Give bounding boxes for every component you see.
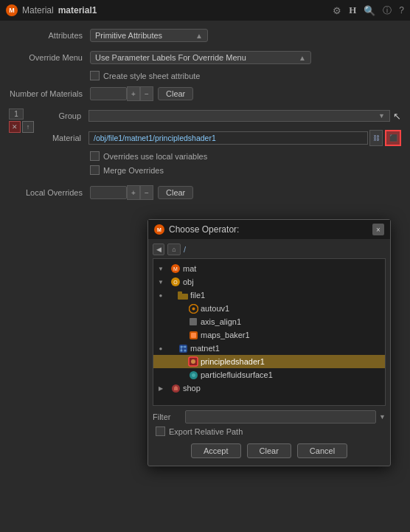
H-icon[interactable]: H [349, 4, 356, 16]
num-materials-input[interactable]: 1 [90, 87, 127, 100]
tree-home-button[interactable]: ⌂ [167, 243, 181, 255]
node-select-icon: ⬛ [389, 134, 397, 142]
tree-item-maps-baker1[interactable]: ◆ maps_baker1 [153, 328, 385, 342]
clear-num-materials-button[interactable]: Clear [158, 87, 193, 100]
file1-icon [177, 289, 189, 301]
attributes-control: Primitive Attributes ▲ [90, 29, 401, 42]
tree-item-shop[interactable]: ▶ shop [153, 381, 385, 395]
merge-overrides-checkbox-row: Merge Overrides [90, 165, 401, 175]
app-label: Material [22, 5, 54, 15]
filter-input[interactable] [185, 410, 376, 424]
tree-item-maps-baker1-label: maps_baker1 [201, 331, 250, 339]
node-name: material1 [58, 5, 97, 15]
dialog-title-left: M Choose Operator: [154, 224, 239, 235]
info-icon[interactable]: ⓘ [383, 4, 392, 17]
dialog-title-text: Choose Operator: [169, 224, 239, 235]
override-menu-label: Override Menu [9, 53, 90, 62]
local-overrides-row: Local Overrides 0 + − Clear [9, 184, 401, 201]
group-section: 1 ✕ ↑ Group ▼ ↖ Material [9, 107, 401, 179]
checkbox-row: Create style sheet attribute [90, 71, 401, 80]
local-overrides-label: Local Overrides [9, 188, 90, 197]
mat-toggle-icon: ▼ [156, 264, 165, 273]
svg-rect-7 [179, 345, 187, 353]
tree-item-principledshader1-label: principledshader1 [201, 357, 265, 366]
accept-button[interactable]: Accept [191, 443, 241, 458]
attributes-dropdown[interactable]: Primitive Attributes ▲ [90, 29, 208, 42]
tree-item-shop-label: shop [183, 384, 201, 393]
tree-root-path: / [184, 245, 186, 254]
material-row: Material /obj/file1/matnet1/principledsh… [37, 129, 401, 147]
merge-overrides-label: Merge Overrides [103, 166, 164, 175]
local-overrides-control: 0 + − Clear [90, 185, 401, 200]
material-select-button[interactable]: ⬛ [385, 130, 401, 146]
local-variables-checkbox[interactable] [90, 151, 100, 161]
file1-toggle-icon: ● [156, 291, 165, 300]
search-icon[interactable]: 🔍 [364, 5, 375, 16]
filter-dropdown-icon[interactable]: ▼ [379, 413, 386, 421]
help-icon[interactable]: ? [399, 5, 404, 15]
group-control: ▼ ↖ [88, 110, 401, 122]
tree-item-autouv1[interactable]: ◆ autouv1 [153, 302, 385, 315]
export-relative-label: Export Relative Path [169, 427, 243, 436]
form-area: Attributes Primitive Attributes ▲ Overri… [0, 21, 410, 212]
clear-local-overrides-button[interactable]: Clear [158, 186, 193, 199]
choose-operator-dialog: M Choose Operator: × ◀ ⌂ / ▼ [147, 219, 391, 466]
obj-toggle-icon: ▼ [156, 277, 165, 286]
particlefluidsurface1-icon [187, 369, 199, 381]
cursor-icon: ↖ [393, 111, 401, 122]
material-input[interactable]: /obj/file1/matnet1/principledshader1 [88, 131, 368, 145]
material-label: Material [37, 134, 88, 142]
title-bar: M Material material1 ⚙ H 🔍 ⓘ ? [0, 0, 410, 21]
tree-item-axis-align1-label: axis_align1 [201, 317, 241, 326]
tree-item-particlefluidsurface1-label: particlefluidsurface1 [201, 370, 273, 379]
tree-item-file1-label: file1 [190, 291, 205, 300]
local-overrides-input[interactable]: 0 [90, 186, 127, 199]
svg-point-11 [184, 349, 186, 351]
tree-toolbar: ◀ ⌂ / [153, 243, 386, 255]
clear-dialog-button[interactable]: Clear [247, 443, 291, 458]
mat-icon: M [170, 263, 181, 274]
overrides-label: Overrides use local variables [103, 152, 207, 161]
decrement-button[interactable]: − [140, 86, 153, 101]
merge-overrides-checkbox[interactable] [90, 165, 100, 175]
dialog-content: ◀ ⌂ / ▼ M mat ▼ [148, 239, 390, 466]
gear-icon[interactable]: ⚙ [333, 5, 341, 16]
tree-item-principledshader1[interactable]: ◆ principledshader1 [153, 355, 385, 368]
ctrl-buttons: ✕ ↑ [9, 121, 34, 133]
override-menu-row: Override Menu Use Parameter Labels For O… [9, 49, 401, 66]
principledshader1-icon [187, 356, 199, 367]
dialog-close-button[interactable]: × [372, 224, 384, 235]
bottom-area: M Choose Operator: × ◀ ⌂ / ▼ [0, 219, 410, 485]
tree-back-button[interactable]: ◀ [153, 243, 164, 255]
local-decrement-button[interactable]: − [140, 185, 153, 200]
remove-row-button[interactable]: ✕ [9, 121, 21, 133]
chain-icon: ⛓ [373, 134, 380, 142]
obj-icon: O [170, 276, 181, 288]
override-control: Use Parameter Labels For Override Menu ▲ [90, 51, 401, 64]
cancel-button[interactable]: Cancel [297, 443, 347, 458]
tree-item-axis-align1[interactable]: ◆ axis_align1 [153, 315, 385, 328]
dialog-buttons: Accept Clear Cancel [153, 441, 386, 461]
override-dropdown[interactable]: Use Parameter Labels For Override Menu ▲ [90, 51, 311, 64]
material-ref-button[interactable]: ⛓ [369, 130, 383, 146]
tree-item-file1[interactable]: ● file1 [153, 289, 385, 302]
tree-item-matnet1[interactable]: ● matnet1 [153, 342, 385, 355]
tree-container[interactable]: ▼ M mat ▼ O obj [153, 258, 386, 406]
shop-toggle-icon: ▶ [156, 384, 165, 393]
tree-item-mat[interactable]: ▼ M mat [153, 262, 385, 275]
style-sheet-checkbox[interactable] [90, 71, 100, 80]
local-increment-button[interactable]: + [127, 185, 140, 200]
move-row-button[interactable]: ↑ [22, 121, 34, 133]
tree-item-particlefluidsurface1[interactable]: ◆ particlefluidsurface1 [153, 368, 385, 381]
tree-item-obj[interactable]: ▼ O obj [153, 275, 385, 289]
autouv1-icon [187, 303, 199, 314]
increment-button[interactable]: + [127, 86, 140, 101]
export-relative-checkbox[interactable] [156, 426, 165, 436]
row-controls: 1 ✕ ↑ [9, 108, 34, 133]
group-input[interactable]: ▼ [88, 110, 390, 122]
axis-align1-icon [187, 316, 199, 328]
maps-baker1-icon [187, 329, 199, 341]
checkbox-label: Create style sheet attribute [103, 72, 200, 80]
num-materials-control: 1 + − Clear [90, 86, 401, 101]
svg-rect-1 [178, 291, 182, 294]
